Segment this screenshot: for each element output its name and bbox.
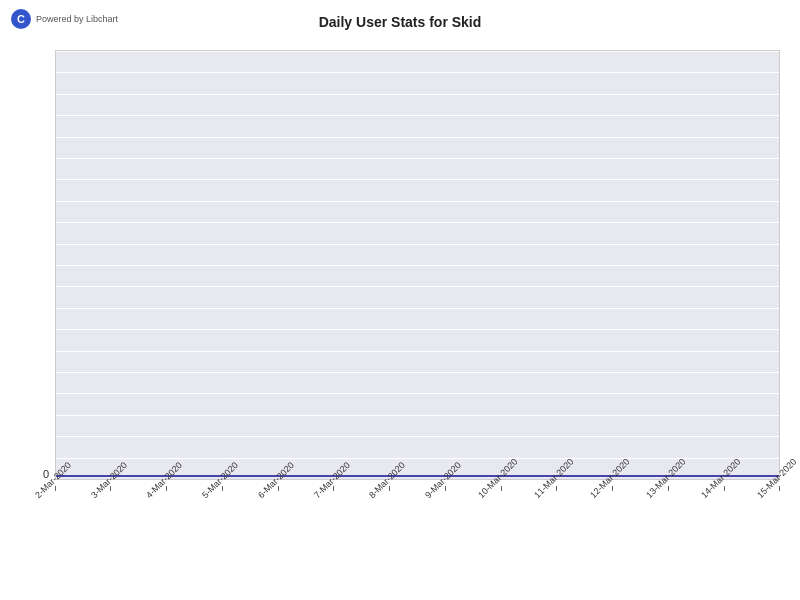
grid-line bbox=[56, 222, 779, 223]
grid-line bbox=[56, 308, 779, 309]
grid-line bbox=[56, 329, 779, 330]
grid-line bbox=[56, 244, 779, 245]
grid-line bbox=[56, 137, 779, 138]
grid-line bbox=[56, 265, 779, 266]
y-axis: 0 bbox=[0, 50, 55, 480]
grid-line bbox=[56, 415, 779, 416]
chart-area bbox=[55, 50, 780, 480]
grid-lines bbox=[56, 51, 779, 479]
grid-line bbox=[56, 94, 779, 95]
x-axis: 2-Mar-20203-Mar-20204-Mar-20205-Mar-2020… bbox=[55, 480, 780, 600]
grid-line bbox=[56, 51, 779, 52]
grid-line bbox=[56, 158, 779, 159]
grid-line bbox=[56, 436, 779, 437]
grid-line bbox=[56, 286, 779, 287]
grid-line bbox=[56, 372, 779, 373]
grid-line bbox=[56, 201, 779, 202]
grid-line bbox=[56, 179, 779, 180]
grid-line bbox=[56, 351, 779, 352]
grid-line bbox=[56, 393, 779, 394]
grid-line bbox=[56, 72, 779, 73]
grid-line bbox=[56, 115, 779, 116]
chart-container: C Powered by Libchart Daily User Stats f… bbox=[0, 0, 800, 600]
chart-title: Daily User Stats for Skid bbox=[0, 14, 800, 30]
grid-line bbox=[56, 458, 779, 459]
